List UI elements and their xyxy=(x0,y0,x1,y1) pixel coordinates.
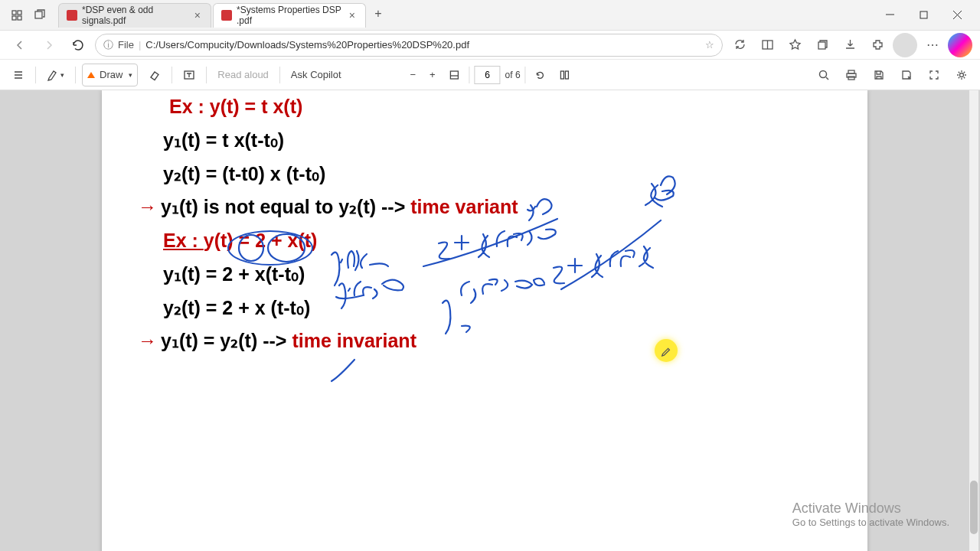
svg-rect-10 xyxy=(561,71,564,79)
title-bar: *DSP even & odd signals.pdf× *Systems Pr… xyxy=(0,0,980,31)
scrollbar[interactable] xyxy=(969,90,978,551)
pdf-right-tools xyxy=(813,64,972,86)
zoom-out-button[interactable]: − xyxy=(405,64,420,86)
tab-systems-properties[interactable]: *Systems Properties DSP .pdf× xyxy=(213,3,366,28)
svg-point-16 xyxy=(960,73,964,77)
pdf-page: Ex : y(t) = t x(t) y₁(t) = t x(t-t₀) y₂(… xyxy=(102,90,867,551)
fullscreen-icon[interactable] xyxy=(923,64,945,86)
arrow-icon: → xyxy=(138,324,161,358)
draw-button[interactable]: Draw▾ xyxy=(82,64,138,86)
watermark-sub: Go to Settings to activate Windows. xyxy=(792,517,949,528)
line-5a: y(t) = xyxy=(204,230,255,251)
pdf-viewer[interactable]: Ex : y(t) = t x(t) y₁(t) = t x(t-t₀) y₂(… xyxy=(0,90,980,551)
draw-label: Draw xyxy=(100,69,122,80)
contents-button[interactable] xyxy=(8,64,29,86)
line-8b: time invariant xyxy=(292,330,416,351)
star-icon[interactable]: ☆ xyxy=(705,39,714,51)
watermark-title: Activate Windows xyxy=(792,500,949,517)
svg-rect-0 xyxy=(12,11,16,15)
collections-icon[interactable] xyxy=(810,33,835,57)
save-as-icon[interactable] xyxy=(896,64,917,86)
line-8a: y₁(t) = y₂(t) --> xyxy=(161,330,292,351)
ask-copilot-button[interactable]: Ask Copilot xyxy=(286,64,346,86)
windows-watermark: Activate Windows Go to Settings to activ… xyxy=(792,500,949,528)
read-aloud-button[interactable]: Read aloud xyxy=(213,64,273,86)
settings-icon[interactable] xyxy=(951,64,972,86)
ex-label: Ex : xyxy=(169,96,210,117)
profile-avatar[interactable] xyxy=(893,33,917,57)
fit-page-button[interactable] xyxy=(445,64,465,86)
svg-rect-7 xyxy=(818,42,825,49)
erase-button[interactable] xyxy=(144,64,165,86)
close-icon[interactable]: × xyxy=(347,9,358,21)
line-4b: time variant xyxy=(410,196,518,217)
svg-rect-2 xyxy=(12,16,16,20)
svg-rect-3 xyxy=(18,16,21,20)
arrow-icon: → xyxy=(138,191,161,224)
split-icon[interactable] xyxy=(755,33,779,57)
rotate-button[interactable] xyxy=(531,64,550,86)
pdf-toolbar: ▾ Draw▾ Read aloud Ask Copilot − + of 6 xyxy=(0,60,980,90)
address-bar: ⓘ File | C:/Users/Compucity/Downloads/Sy… xyxy=(0,31,980,60)
pen-cursor xyxy=(655,339,678,362)
close-window-button[interactable] xyxy=(940,3,974,28)
highlight-button[interactable]: ▾ xyxy=(42,64,69,86)
svg-rect-4 xyxy=(35,11,42,18)
line-4a: y₁(t) is not equal to y₂(t) --> xyxy=(161,196,410,217)
new-tab-button[interactable]: + xyxy=(368,3,389,24)
line-6: y₁(t) = 2 + x(t-t₀) xyxy=(163,258,806,292)
search-icon[interactable] xyxy=(813,64,835,86)
maximize-button[interactable] xyxy=(906,3,940,28)
window-controls xyxy=(873,3,974,28)
page-input[interactable] xyxy=(475,66,501,84)
downloads-icon[interactable] xyxy=(838,33,862,57)
minimize-button[interactable] xyxy=(873,3,906,28)
forward-button xyxy=(37,33,61,57)
pen-icon xyxy=(87,72,95,78)
svg-rect-11 xyxy=(566,71,569,79)
ex-label: Ex : xyxy=(163,230,204,251)
copilot-icon[interactable] xyxy=(948,33,972,57)
url-path: C:/Users/Compucity/Downloads/Systems%20P… xyxy=(145,39,469,51)
workspaces-icon[interactable] xyxy=(6,5,28,26)
svg-rect-5 xyxy=(920,11,927,18)
zoom-in-button[interactable]: + xyxy=(425,64,440,86)
info-icon[interactable]: ⓘ xyxy=(103,38,113,52)
favorites-icon[interactable] xyxy=(782,33,807,57)
svg-rect-1 xyxy=(18,11,21,15)
tab-label: *Systems Properties DSP .pdf xyxy=(237,5,347,26)
svg-rect-9 xyxy=(451,71,459,79)
tab-dsp-even-odd[interactable]: *DSP even & odd signals.pdf× xyxy=(58,3,211,28)
page-total: of 6 xyxy=(505,70,521,80)
page-view-button[interactable] xyxy=(555,64,575,86)
toolbar-actions: ⋯ xyxy=(727,33,972,57)
sync-icon[interactable] xyxy=(727,33,752,57)
line-7: y₂(t) = 2 + x (t-t₀) xyxy=(163,292,806,325)
more-icon[interactable]: ⋯ xyxy=(920,33,945,57)
line-2: y₁(t) = t x(t-t₀) xyxy=(163,124,806,158)
line-3: y₂(t) = (t-t0) x (t-t₀) xyxy=(163,158,806,191)
url-box[interactable]: ⓘ File | C:/Users/Compucity/Downloads/Sy… xyxy=(95,34,723,57)
back-button[interactable] xyxy=(8,33,32,57)
refresh-button[interactable] xyxy=(66,33,90,57)
page-controls: − + of 6 xyxy=(405,64,574,86)
tab-strip: *DSP even & odd signals.pdf× *Systems Pr… xyxy=(58,3,873,28)
tab-label: *DSP even & odd signals.pdf xyxy=(82,5,192,26)
pdf-icon xyxy=(221,10,232,21)
print-icon[interactable] xyxy=(841,64,862,86)
save-icon[interactable] xyxy=(868,64,890,86)
svg-rect-15 xyxy=(848,77,854,80)
url-scheme: File xyxy=(118,39,134,51)
pdf-icon xyxy=(67,10,77,21)
scrollbar-thumb[interactable] xyxy=(970,481,978,534)
text-button[interactable] xyxy=(178,64,200,86)
tab-actions-icon[interactable] xyxy=(29,5,51,26)
line-1: y(t) = t x(t) xyxy=(210,96,303,117)
extensions-icon[interactable] xyxy=(865,33,890,57)
svg-point-12 xyxy=(820,70,827,77)
close-icon[interactable]: × xyxy=(192,9,203,21)
line-5b: 2 + x(t) xyxy=(255,230,317,251)
